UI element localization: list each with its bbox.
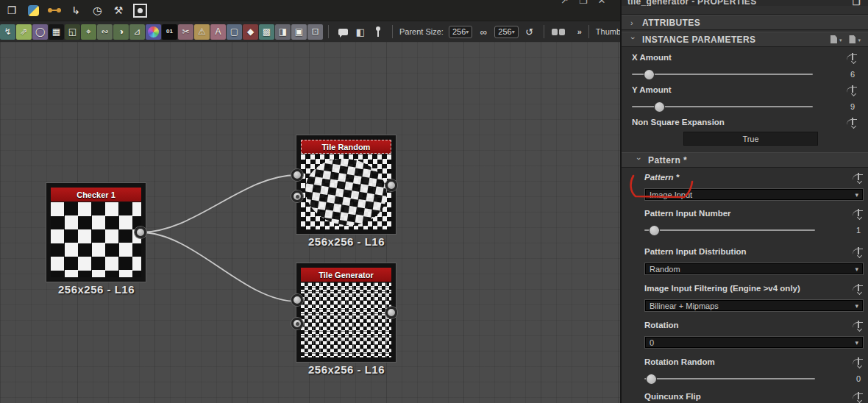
- window-layout-icon[interactable]: ❐: [4, 3, 19, 18]
- node-toolbar: ↯⇗◯▦◱⌖∾◑⊿01✂⚠A▢◆▩◨▣⊡ ◧ Parent Size: 256▾…: [0, 21, 620, 42]
- text-node-icon[interactable]: A: [210, 24, 226, 40]
- section-label: ATTRIBUTES: [642, 18, 700, 28]
- dot-link-node-icon[interactable]: ∾: [97, 24, 113, 40]
- warning-mirror-node-icon[interactable]: ⚠: [194, 24, 210, 40]
- input-port-2-tile-random[interactable]: [291, 190, 303, 202]
- parent-size-width-select[interactable]: 256▾: [449, 26, 472, 38]
- parameters-list: X Amount 6 Y Amount 9: [622, 49, 868, 403]
- picture-frame-icon[interactable]: ◧: [354, 25, 367, 38]
- output-port-tile-generator[interactable]: [385, 307, 397, 318]
- function-graph-icon[interactable]: [853, 392, 864, 403]
- param-label: Rotation: [644, 321, 679, 329]
- link-nodes-icon[interactable]: [47, 3, 62, 18]
- revert-size-icon[interactable]: ↺: [523, 25, 536, 38]
- input-port-1-tile-generator[interactable]: [291, 294, 303, 306]
- dither-01-node-icon[interactable]: 01: [162, 24, 177, 40]
- blend-node-icon[interactable]: ⇗: [16, 24, 32, 40]
- close-panel-icon[interactable]: ✕: [598, 0, 606, 6]
- parent-size-height-select[interactable]: 256▾: [494, 26, 518, 38]
- graph-canvas[interactable]: Checker 1 256x256 - L16 Tile Random 256x…: [0, 42, 620, 403]
- node-title: Checker 1: [51, 188, 141, 202]
- node-size-label: 256x256 - L16: [288, 235, 405, 248]
- caret-down-icon: ▾: [855, 265, 858, 273]
- node-tile-random[interactable]: Tile Random: [296, 135, 396, 234]
- parent-size-label: Parent Size:: [399, 27, 444, 36]
- node-tile-generator[interactable]: Tile Generator: [296, 263, 396, 362]
- link-size-icon[interactable]: ∞: [477, 25, 490, 38]
- section-attributes[interactable]: › ATTRIBUTES: [622, 15, 868, 30]
- function-graph-icon[interactable]: [853, 247, 864, 258]
- color-wheel-node-icon[interactable]: [146, 24, 161, 40]
- slider-handle[interactable]: [644, 70, 654, 79]
- tile-grid-node-icon[interactable]: ▦: [49, 24, 64, 40]
- function-graph-icon[interactable]: [853, 357, 864, 368]
- atomic-frame-node-icon[interactable]: ⊡: [307, 24, 323, 40]
- preset-edit-icon[interactable]: [849, 35, 855, 43]
- function-graph-icon[interactable]: [847, 118, 858, 129]
- section-label: Pattern *: [648, 155, 687, 165]
- preview-image-icon[interactable]: [132, 3, 147, 18]
- node-preview-checker: [51, 202, 141, 277]
- pattern-dropdown[interactable]: Image Input ▾: [644, 188, 864, 201]
- slider-handle[interactable]: [655, 102, 664, 112]
- shape-node-icon[interactable]: ◯: [32, 24, 48, 40]
- param-label: Y Amount: [632, 85, 672, 94]
- detach-panel-icon[interactable]: ↗: [561, 0, 569, 6]
- function-graph-icon[interactable]: [853, 209, 864, 220]
- node-checker-1[interactable]: Checker 1: [46, 183, 146, 282]
- preset-save-icon[interactable]: [830, 35, 837, 43]
- function-graph-icon[interactable]: [847, 53, 858, 64]
- timer-icon[interactable]: ◷: [90, 3, 104, 18]
- scene-pin-node-icon[interactable]: ⌖: [81, 24, 96, 40]
- extrude-node-icon[interactable]: ◱: [65, 24, 80, 40]
- input-port-1-tile-random[interactable]: [291, 169, 303, 181]
- toolbar-separator: [392, 25, 393, 38]
- function-graph-icon[interactable]: [853, 321, 864, 332]
- non-square-expansion-toggle[interactable]: True: [683, 132, 818, 146]
- function-graph-icon[interactable]: [853, 284, 864, 295]
- pattern-input-number-slider[interactable]: [644, 229, 815, 231]
- slider-handle[interactable]: [647, 374, 656, 384]
- polyline-connect-icon[interactable]: ↳: [68, 3, 83, 18]
- output-port-checker[interactable]: [135, 227, 146, 238]
- x-amount-slider[interactable]: [632, 74, 813, 75]
- python-editor-icon[interactable]: [26, 3, 40, 18]
- toolbar-overflow-chevrons[interactable]: »: [577, 27, 580, 36]
- pattern-input-distribution-dropdown[interactable]: Random ▾: [644, 263, 864, 275]
- caret-down-icon: ▾: [855, 302, 858, 310]
- param-rotation-random: Rotation Random 0: [622, 357, 868, 388]
- panel-title-bar: tile_generator - PROPERTIES ↗ ❒ ✕: [622, 0, 868, 6]
- param-label: Pattern Input Distribution: [644, 247, 747, 256]
- section-pattern[interactable]: › Pattern *: [622, 152, 868, 168]
- noise-node-icon[interactable]: ▩: [259, 24, 274, 40]
- tools-icon[interactable]: ⚒: [111, 3, 126, 18]
- paint-bucket-node-icon[interactable]: ◆: [243, 24, 258, 40]
- transform-node-icon[interactable]: ↯: [0, 24, 15, 40]
- rotation-random-slider[interactable]: [644, 378, 815, 379]
- image-input-filtering-dropdown[interactable]: Bilinear + Mipmaps ▾: [644, 299, 864, 312]
- histogram-node-icon[interactable]: ⊿: [129, 24, 145, 40]
- node-preview-tile-generator: [301, 282, 391, 357]
- caret-down-icon: ▾: [466, 29, 469, 35]
- atomic-shape-node-icon[interactable]: ◨: [275, 24, 291, 40]
- selection-node-icon[interactable]: ▢: [227, 24, 242, 40]
- rotation-dropdown[interactable]: 0 ▾: [644, 336, 864, 349]
- maximize-panel-icon[interactable]: ❒: [579, 0, 588, 6]
- y-amount-slider[interactable]: [632, 106, 813, 107]
- levels-node-icon[interactable]: ◑: [113, 24, 129, 40]
- node-preview-tile-random: [301, 154, 391, 229]
- plug-connector-icon[interactable]: [552, 25, 565, 38]
- chevron-down-icon: ›: [635, 157, 644, 163]
- atomic-rect-node-icon[interactable]: ▣: [291, 24, 307, 40]
- node-size-label: 256x256 - L16: [38, 283, 155, 296]
- comment-icon[interactable]: [336, 25, 349, 38]
- input-port-2-tile-generator[interactable]: [291, 318, 303, 329]
- function-graph-icon[interactable]: [853, 173, 864, 184]
- slider-handle[interactable]: [650, 226, 659, 235]
- pin-icon[interactable]: [371, 25, 385, 38]
- section-instance-parameters[interactable]: › INSTANCE PARAMETERS ▾ ▾: [622, 32, 868, 47]
- function-graph-icon[interactable]: [847, 85, 858, 96]
- output-port-tile-random[interactable]: [385, 179, 397, 191]
- maximize-panel-icon[interactable]: ❒: [847, 0, 861, 6]
- curve-cut-node-icon[interactable]: ✂: [178, 24, 193, 40]
